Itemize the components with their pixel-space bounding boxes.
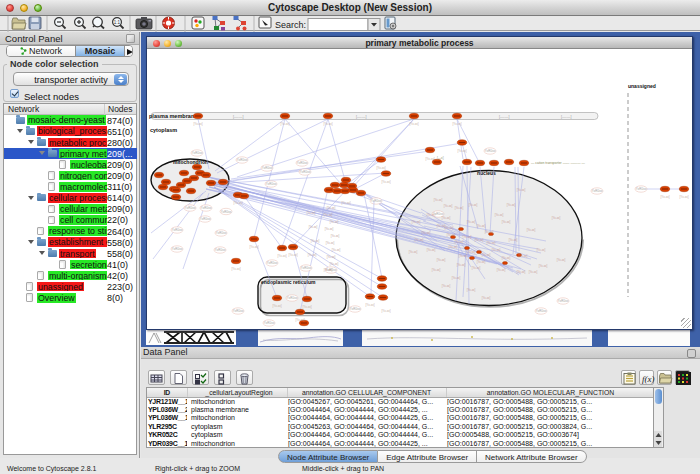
- svg-text:1:1: 1:1: [114, 20, 121, 25]
- svg-text:YxR0xx: YxR0xx: [485, 149, 496, 153]
- svg-text:[Yx-xx]: [Yx-xx]: [487, 241, 496, 245]
- svg-text:[Yx-xx]: [Yx-xx]: [327, 255, 336, 259]
- svg-text:[Yx-xx]: [Yx-xx]: [280, 122, 289, 126]
- svg-text:[Yx-xx]: [Yx-xx]: [307, 211, 316, 215]
- svg-text:[Yx-xx]: [Yx-xx]: [325, 227, 334, 231]
- svg-text:[Yx-xx]: [Yx-xx]: [415, 238, 424, 242]
- svg-text:f(x): f(x): [642, 374, 655, 384]
- svg-text:[Yx-xx]: [Yx-xx]: [459, 254, 468, 258]
- svg-text:[Yx-xx]: [Yx-xx]: [537, 248, 546, 252]
- svg-text:[Yx-xx]: [Yx-xx]: [444, 204, 453, 208]
- svg-text:mitochondrion: mitochondrion: [173, 159, 208, 165]
- svg-text:[Yx-xx]: [Yx-xx]: [502, 220, 511, 224]
- svg-text:[—-—]: [—-—]: [561, 115, 571, 119]
- svg-text:YxR0xx: YxR0xx: [592, 189, 603, 193]
- svg-text:[Yx-xx]: [Yx-xx]: [455, 206, 464, 210]
- svg-text:YxR0xx: YxR0xx: [262, 166, 273, 170]
- svg-text:[Yx-xx]: [Yx-xx]: [477, 260, 486, 264]
- svg-text:[Yx-xx]: [Yx-xx]: [472, 266, 481, 270]
- svg-text:[Yx-xx]: [Yx-xx]: [249, 245, 258, 249]
- svg-text:[Yx-xx]: [Yx-xx]: [452, 122, 461, 126]
- svg-text:[—-—]: [—-—]: [356, 115, 366, 119]
- svg-text:[Yx-xx]: [Yx-xx]: [482, 253, 491, 257]
- svg-text:[Yx-xx]: [Yx-xx]: [376, 166, 385, 170]
- svg-text:[Yx-xx]: [Yx-xx]: [492, 248, 501, 252]
- svg-text:[Yx-xx]: [Yx-xx]: [309, 225, 318, 229]
- svg-text:[Yx-xx]: [Yx-xx]: [527, 228, 536, 232]
- svg-text:[Yx-xx]: [Yx-xx]: [469, 203, 478, 207]
- svg-text:YxR0xx: YxR0xx: [201, 206, 212, 210]
- svg-text:YxR0xx: YxR0xx: [350, 307, 361, 311]
- svg-text:[Yx-xx]: [Yx-xx]: [442, 216, 451, 220]
- svg-text:— cation transporter —— ——— —: — cation transporter —— ——— —: [531, 161, 585, 165]
- svg-text:[Yx-xx]: [Yx-xx]: [519, 254, 528, 258]
- svg-text:[Yx-xx]: [Yx-xx]: [539, 264, 548, 268]
- svg-text:[Yx-xx]: [Yx-xx]: [502, 256, 511, 260]
- svg-text:[Yx-xx]: [Yx-xx]: [434, 198, 443, 202]
- svg-text:endoplasmic reticulum: endoplasmic reticulum: [261, 279, 316, 285]
- svg-text:[Yx-xx]: [Yx-xx]: [272, 304, 281, 308]
- svg-text:[—-—]: [—-—]: [499, 115, 509, 119]
- svg-text:[Yx-xx]: [Yx-xx]: [323, 122, 332, 126]
- svg-text:[Yx-xx]: [Yx-xx]: [467, 288, 476, 292]
- svg-text:[Yx-xx]: [Yx-xx]: [447, 233, 456, 237]
- svg-text:YxR0xx: YxR0xx: [233, 309, 244, 313]
- svg-text:[Yx-xx]: [Yx-xx]: [482, 296, 491, 300]
- svg-text:[Yx-xx]: [Yx-xx]: [485, 230, 494, 234]
- svg-text:YxR0xx: YxR0xx: [192, 151, 203, 155]
- svg-text:YxR0xx: YxR0xx: [221, 210, 232, 214]
- svg-text:[Yx-xx]: [Yx-xx]: [231, 267, 240, 271]
- svg-text:[Yx-xx]: [Yx-xx]: [552, 216, 561, 220]
- svg-text:YxR0xx: YxR0xx: [558, 299, 569, 303]
- svg-text:[Yx-xx]: [Yx-xx]: [557, 258, 566, 262]
- svg-text:[Yx-xx]: [Yx-xx]: [679, 195, 688, 199]
- svg-text:YxR0xx: YxR0xx: [185, 206, 196, 210]
- svg-text:YxR0xx: YxR0xx: [371, 199, 382, 203]
- svg-text:[Yx-xx]: [Yx-xx]: [332, 248, 341, 252]
- svg-text:YxR0xx: YxR0xx: [267, 261, 278, 265]
- svg-text:[Yx-xx]: [Yx-xx]: [452, 276, 461, 280]
- svg-text:YxR0xx: YxR0xx: [300, 170, 311, 174]
- svg-text:[Yx-xx]: [Yx-xx]: [302, 305, 311, 309]
- svg-text:[Yx-xx]: [Yx-xx]: [477, 224, 486, 228]
- svg-text:[Yx-xx]: [Yx-xx]: [330, 220, 339, 224]
- svg-text:[Yx-xx]: [Yx-xx]: [467, 250, 476, 254]
- svg-text:YxR0xx: YxR0xx: [636, 187, 647, 191]
- svg-text:[Yx-xx]: [Yx-xx]: [445, 226, 454, 230]
- svg-text:[Yx-xx]: [Yx-xx]: [327, 206, 336, 210]
- svg-text:unassigned: unassigned: [628, 83, 656, 89]
- svg-text:Search:: Search:: [275, 20, 306, 30]
- svg-text:[Yx-xx]: [Yx-xx]: [409, 250, 418, 254]
- svg-text:[Yx-xx]: [Yx-xx]: [449, 245, 458, 249]
- svg-text:[Yx-xx]: [Yx-xx]: [365, 303, 374, 307]
- svg-text:YxR0xx: YxR0xx: [297, 161, 308, 165]
- svg-text:[Yx-xx]: [Yx-xx]: [437, 258, 446, 262]
- svg-text:[Yx-xx]: [Yx-xx]: [660, 195, 669, 199]
- svg-text:[Yx-xx]: [Yx-xx]: [497, 268, 506, 272]
- svg-text:YxR0xx: YxR0xx: [266, 182, 277, 186]
- svg-text:[Yx-xx]: [Yx-xx]: [463, 235, 472, 239]
- svg-text:[Yx-xx]: [Yx-xx]: [517, 188, 526, 192]
- svg-text:[Yx-xx]: [Yx-xx]: [308, 253, 317, 257]
- svg-text:YxR0xx: YxR0xx: [287, 296, 298, 300]
- svg-text:YxR0xx: YxR0xx: [237, 158, 248, 162]
- svg-text:[Yx-xx]: [Yx-xx]: [326, 241, 335, 245]
- svg-text:[Yx-xx]: [Yx-xx]: [432, 268, 441, 272]
- svg-text:YxR0xx: YxR0xx: [172, 228, 183, 232]
- svg-text:[Yx-xx]: [Yx-xx]: [425, 157, 434, 161]
- svg-text:[Yx-xx]: [Yx-xx]: [330, 262, 339, 266]
- svg-text:[Yx-xx]: [Yx-xx]: [409, 122, 418, 126]
- svg-text:[Yx-xx]: [Yx-xx]: [381, 180, 390, 184]
- svg-text:YxR0xx: YxR0xx: [216, 231, 227, 235]
- svg-text:YxR0xx: YxR0xx: [172, 247, 183, 251]
- svg-text:YxR0xx: YxR0xx: [264, 321, 275, 325]
- svg-text:[Yx-xx]: [Yx-xx]: [427, 213, 436, 217]
- svg-text:[—x]: [—x]: [437, 156, 444, 160]
- svg-text:[Yx-xx]: [Yx-xx]: [529, 270, 538, 274]
- svg-text:[Yx-xx]: [Yx-xx]: [324, 213, 333, 217]
- svg-text:[Yx-xx]: [Yx-xx]: [288, 253, 297, 257]
- svg-text:plasma membrane: plasma membrane: [149, 113, 197, 119]
- svg-text:[Yx-xx]: [Yx-xx]: [517, 270, 526, 274]
- svg-text:[Yx-xx]: [Yx-xx]: [457, 263, 466, 267]
- svg-text:[Yx-xx]: [Yx-xx]: [341, 201, 350, 205]
